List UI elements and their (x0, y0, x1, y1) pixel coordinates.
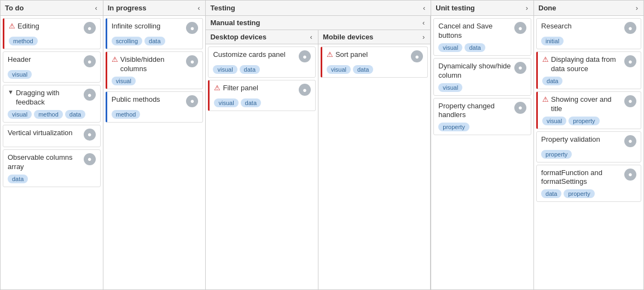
avatar-icon: ● (628, 57, 633, 66)
warning-icon: ⚠ (327, 50, 333, 59)
card-vh-title: Visible/hidden columns (120, 55, 183, 74)
card-dd-header: ⚠ Displaying data from data source ● (542, 55, 636, 74)
card-format-function[interactable]: formatFunction and formatSettings ● data… (536, 165, 641, 202)
tag-visual: visual (8, 70, 32, 79)
card-cancel-save[interactable]: Cancel and Save buttons ● visual data (433, 18, 531, 56)
card-vv-title: Vertical virtualization (8, 129, 80, 138)
tag-visual: visual (438, 43, 462, 52)
card-research[interactable]: Research ● initial (536, 18, 641, 49)
tag-property: property (564, 189, 594, 198)
drag-indicator-icon: ▼ (8, 89, 14, 95)
card-sp-title-row: ⚠ Sort panel (327, 50, 368, 60)
collapse-desktop-btn[interactable]: ‹ (309, 33, 314, 41)
card-dyn-show-hide[interactable]: Dynamically show/hide column ● visual (433, 58, 531, 96)
tag-property: property (541, 150, 572, 159)
avatar: ● (84, 129, 96, 141)
card-dd-title: Displaying data from data source (551, 55, 621, 74)
tag-data: data (144, 37, 165, 45)
tag-method: method (112, 110, 141, 119)
tag-scrolling: scrolling (112, 37, 142, 45)
tag-data: data (240, 65, 260, 74)
collapse-manual-btn[interactable]: ‹ (421, 19, 426, 27)
collapse-todo-btn[interactable]: ‹ (94, 4, 98, 12)
column-inprogress: In progress ‹ Infinite scrolling ● scrol… (103, 1, 206, 289)
testing-sub-columns: Manual testing ‹ Desktop devices ‹ (206, 16, 431, 289)
card-dragging[interactable]: ▼ Dragging with feedback ● visual method… (3, 85, 101, 123)
desktop-devices-col: Desktop devices ‹ Customize cards panel … (206, 30, 318, 289)
tag-property: property (438, 123, 469, 131)
tag-data: data (541, 189, 561, 198)
card-cs-tags: visual data (438, 43, 526, 52)
card-prop-validation[interactable]: Property validation ● property (536, 131, 641, 163)
done-cards: Research ● initial ⚠ Displaying data fro… (534, 16, 643, 289)
column-title-inprogress: In progress (108, 4, 147, 12)
card-public-methods[interactable]: Public methods ● method (106, 91, 204, 123)
card-filter-panel[interactable]: ⚠ Filter panel ● visual data (208, 80, 315, 111)
card-pv-header: Property validation ● (541, 135, 636, 147)
card-dragging-tags: visual method data (8, 110, 96, 119)
card-header[interactable]: Header ● visual (3, 51, 101, 83)
card-customize-cards[interactable]: Customize cards panel ● visual data (208, 47, 315, 78)
card-ff-title: formatFunction and formatSettings (541, 169, 621, 187)
avatar: ● (624, 95, 636, 107)
expand-mobile-btn[interactable]: › (421, 33, 426, 41)
card-vertical-virt[interactable]: Vertical virtualization ● (3, 125, 101, 147)
avatar: ● (84, 153, 96, 165)
avatar-icon: ● (518, 24, 523, 32)
card-fp-title: Filter panel (223, 84, 258, 93)
tag-data: data (8, 175, 28, 183)
column-header-done: Done › (534, 1, 643, 16)
card-editing-tags: method (9, 37, 96, 45)
card-dd-tags: data (542, 77, 636, 85)
avatar: ● (84, 89, 96, 101)
card-is-header: Infinite scrolling ● (112, 22, 199, 34)
tag-initial: initial (541, 37, 564, 45)
manual-testing-area: Manual testing ‹ Desktop devices ‹ (206, 16, 431, 289)
card-editing-title: Editing (18, 22, 39, 31)
card-observable[interactable]: Observable columns array ● data (3, 149, 101, 187)
column-done: Done › Research ● initial ⚠ Displaying d… (534, 1, 643, 289)
card-ff-tags: data property (541, 189, 636, 198)
card-sort-panel[interactable]: ⚠ Sort panel ● visual data (321, 47, 428, 78)
column-title-ut: Unit testing (436, 4, 475, 12)
avatar: ● (624, 169, 636, 181)
tag-visual: visual (327, 65, 351, 74)
card-dragging-title-row: ▼ Dragging with feedback (8, 89, 80, 107)
avatar: ● (186, 22, 198, 34)
card-pv-tags: property (541, 150, 636, 159)
card-editing[interactable]: ⚠ Editing ● method (3, 18, 101, 49)
card-editing-header: ⚠ Editing ● (9, 22, 96, 34)
manual-testing-title: Manual testing (210, 19, 260, 27)
avatar: ● (411, 50, 423, 62)
card-infinite-scrolling[interactable]: Infinite scrolling ● scrolling data (106, 18, 204, 49)
avatar-icon: ● (88, 91, 92, 99)
collapse-testing-btn[interactable]: ‹ (422, 4, 426, 12)
card-fp-title-row: ⚠ Filter panel (214, 84, 258, 93)
column-todo: To do ‹ ⚠ Editing ● method Header (1, 1, 103, 289)
card-sc-header: ⚠ Showing cover and title ● (542, 95, 636, 114)
card-sp-tags: visual data (327, 65, 423, 74)
avatar-icon: ● (628, 137, 633, 145)
manual-testing-header: Manual testing ‹ (206, 16, 430, 30)
avatar-icon: ● (190, 24, 195, 32)
card-prop-changed[interactable]: Property changed handlers ● property (433, 98, 531, 136)
avatar: ● (514, 102, 526, 114)
card-dd-title-row: ⚠ Displaying data from data source (542, 55, 621, 74)
avatar: ● (624, 55, 636, 67)
card-is-title: Infinite scrolling (112, 22, 183, 31)
avatar-icon: ● (628, 97, 633, 105)
card-displaying-data[interactable]: ⚠ Displaying data from data source ● dat… (536, 51, 641, 89)
card-visible-hidden[interactable]: ⚠ Visible/hidden columns ● visual (106, 51, 204, 89)
column-header-ut: Unit testing › (431, 1, 533, 16)
column-title-testing: Testing (210, 4, 235, 12)
column-title-done: Done (538, 4, 556, 12)
expand-ut-btn[interactable]: › (525, 4, 529, 12)
card-showing-cover[interactable]: ⚠ Showing cover and title ● visual prope… (536, 91, 641, 129)
card-vh-tags: visual (112, 77, 199, 85)
collapse-inprogress-btn[interactable]: ‹ (196, 4, 201, 12)
card-pc-tags: property (438, 123, 526, 131)
ut-cards: Cancel and Save buttons ● visual data Dy… (431, 16, 533, 289)
expand-done-btn[interactable]: › (635, 4, 639, 12)
card-dragging-title: Dragging with feedback (16, 89, 80, 107)
avatar: ● (186, 55, 198, 67)
